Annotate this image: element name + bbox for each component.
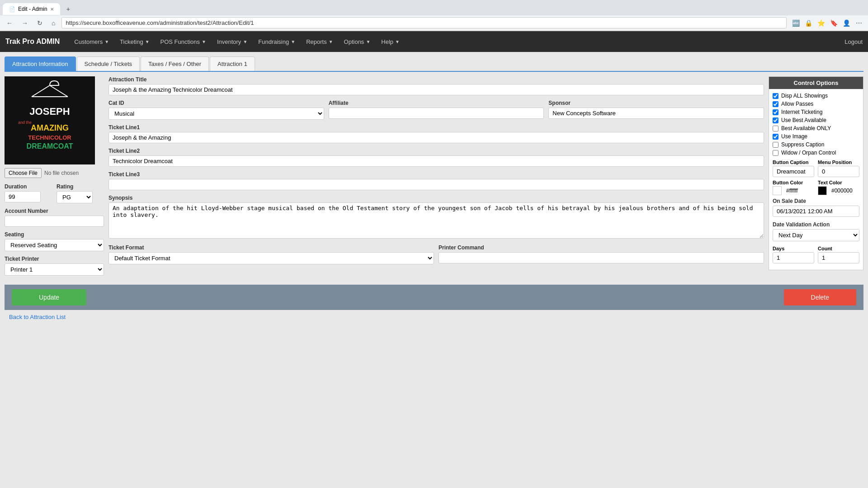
back-button[interactable]: ← (4, 18, 15, 28)
browser-profile-icon[interactable]: 👤 (841, 18, 852, 28)
tab-schedule-tickets[interactable]: Schedule / Tickets (77, 56, 140, 71)
nav-item-ticketing[interactable]: Ticketing ▼ (114, 31, 155, 52)
checkbox-use-image-input[interactable] (773, 134, 778, 140)
update-button[interactable]: Update (12, 289, 86, 305)
date-validation-select[interactable]: Next Day Same Day No Validation (773, 229, 859, 241)
browser-action-icon-1[interactable]: 🔤 (790, 18, 801, 28)
logout-button[interactable]: Logout (844, 38, 863, 45)
days-input[interactable] (773, 252, 814, 263)
button-color-col: Button Color #ffffff (773, 180, 814, 195)
main-content: Attraction Information Schedule / Ticket… (0, 52, 868, 488)
affiliate-group: Affiliate (329, 100, 544, 120)
ticket-printer-label: Ticket Printer (5, 256, 104, 262)
cat-id-select[interactable]: Musical Drama Comedy Concert Sports (108, 108, 324, 120)
sponsor-group: Sponsor (548, 100, 764, 120)
nav-item-customers[interactable]: Customers ▼ (69, 31, 114, 52)
count-input[interactable] (818, 252, 859, 263)
ticket-line1-input[interactable] (108, 132, 764, 143)
text-color-preview[interactable] (818, 186, 827, 195)
seating-select[interactable]: Reserved Seating General Admission Festi… (5, 239, 104, 251)
attraction-title-input[interactable] (108, 84, 764, 95)
browser-action-icon-3[interactable]: ⭐ (816, 18, 826, 28)
cat-id-label: Cat ID (108, 100, 324, 106)
date-validation-label: Date Validation Action (773, 221, 859, 228)
rating-select[interactable]: G PG PG-13 R NR (57, 191, 93, 203)
ticket-line3-input[interactable] (108, 179, 764, 190)
count-label: Count (818, 246, 859, 251)
account-number-group: Account Number (5, 208, 104, 227)
app-nav: Trak Pro ADMIN Customers ▼ Ticketing ▼ P… (0, 31, 868, 52)
nav-item-reports[interactable]: Reports ▼ (301, 31, 338, 52)
tab-taxes-fees-other[interactable]: Taxes / Fees / Other (141, 56, 209, 71)
forward-button[interactable]: → (19, 18, 31, 28)
nav-item-options[interactable]: Options ▼ (339, 31, 376, 52)
back-to-attraction-list-link[interactable]: Back to Attraction List (9, 314, 66, 320)
customers-dropdown-arrow: ▼ (104, 39, 109, 44)
ticket-printer-select[interactable]: Printer 1 Printer 2 Printer 3 (5, 263, 104, 276)
attraction-title-label: Attraction Title (108, 76, 764, 83)
bottom-action-bar: Update Delete (5, 285, 863, 310)
svg-text:TECHNICOLOR: TECHNICOLOR (28, 134, 71, 141)
ticket-line2-input[interactable] (108, 155, 764, 167)
tab-close-icon[interactable]: ✕ (50, 7, 54, 12)
on-sale-date-input[interactable] (773, 206, 859, 217)
rating-label: Rating (57, 183, 104, 190)
nav-item-help[interactable]: Help ▼ (376, 31, 405, 52)
ticket-format-select[interactable]: Default Ticket Format Format 2 Format 3 (108, 252, 434, 264)
checkbox-allow-passes-input[interactable] (773, 101, 778, 107)
duration-input[interactable] (5, 191, 41, 202)
checkbox-disp-all-showings: Disp ALL Showings (773, 93, 859, 99)
nav-item-fundraising[interactable]: Fundraising ▼ (253, 31, 301, 52)
text-color-col: Text Color #000000 (818, 180, 859, 195)
control-options-header: Control Options (769, 77, 863, 89)
printer-command-input[interactable] (439, 252, 764, 263)
svg-text:DREAMCOAT: DREAMCOAT (27, 142, 73, 150)
checkbox-disp-all-showings-input[interactable] (773, 93, 778, 99)
duration-label: Duration (5, 183, 52, 190)
address-bar[interactable] (61, 17, 787, 28)
synopsis-textarea[interactable]: An adaptation of the hit Lloyd-Webber st… (108, 202, 764, 239)
checkbox-use-best-available-input[interactable] (773, 117, 778, 123)
duration-rating-row: Duration Rating G PG PG-13 R NR (5, 183, 104, 203)
browser-tabs: 📄 Edit - Admin ✕ + (0, 0, 868, 15)
home-button[interactable]: ⌂ (49, 18, 58, 28)
ticketing-dropdown-arrow: ▼ (145, 39, 150, 44)
checkbox-best-available-only: Best Available ONLY (773, 125, 859, 131)
account-number-input[interactable] (5, 216, 104, 227)
checkbox-suppress-caption: Suppress Caption (773, 141, 859, 148)
checkbox-suppress-caption-label: Suppress Caption (781, 141, 824, 148)
tab-favicon: 📄 (9, 6, 15, 12)
nav-items: Customers ▼ Ticketing ▼ POS Functions ▼ … (69, 31, 844, 52)
browser-action-icon-2[interactable]: 🔒 (803, 18, 814, 28)
choose-file-button[interactable]: Choose File (5, 168, 42, 178)
checkbox-widow-orpan-input[interactable] (773, 150, 778, 156)
button-color-value: #ffffff (786, 188, 798, 194)
menu-position-input[interactable] (818, 166, 859, 177)
tab-title: Edit - Admin (18, 6, 47, 12)
browser-tab-active[interactable]: 📄 Edit - Admin ✕ (3, 3, 60, 15)
tab-attraction-information[interactable]: Attraction Information (5, 56, 76, 71)
attraction-image: JOSEPH and the AMAZING TECHNICOLOR DREAM… (5, 76, 95, 164)
nav-item-inventory[interactable]: Inventory ▼ (212, 31, 253, 52)
browser-action-icon-4[interactable]: 🔖 (828, 18, 839, 28)
synopsis-group: Synopsis An adaptation of the hit Lloyd-… (108, 195, 764, 240)
affiliate-input[interactable] (329, 108, 544, 119)
new-tab-button[interactable]: + (62, 3, 75, 15)
options-dropdown-arrow: ▼ (366, 39, 370, 44)
nav-item-pos-functions[interactable]: POS Functions ▼ (155, 31, 212, 52)
delete-button[interactable]: Delete (784, 289, 856, 305)
checkbox-internet-ticketing-input[interactable] (773, 109, 778, 115)
affiliate-label: Affiliate (329, 100, 544, 106)
tab-attraction-1[interactable]: Attraction 1 (210, 56, 255, 71)
refresh-button[interactable]: ↻ (34, 18, 45, 28)
checkbox-best-available-only-input[interactable] (773, 126, 778, 131)
text-color-label: Text Color (818, 180, 859, 185)
browser-chrome: 📄 Edit - Admin ✕ + ← → ↻ ⌂ 🔤 🔒 ⭐ 🔖 👤 ⋯ (0, 0, 868, 31)
text-color-row: #000000 (818, 186, 859, 195)
button-caption-input[interactable] (773, 166, 814, 177)
button-color-preview[interactable] (773, 186, 782, 195)
browser-menu-icon[interactable]: ⋯ (854, 18, 864, 28)
button-color-label: Button Color (773, 180, 814, 185)
sponsor-input[interactable] (548, 108, 764, 119)
checkbox-suppress-caption-input[interactable] (773, 142, 778, 148)
